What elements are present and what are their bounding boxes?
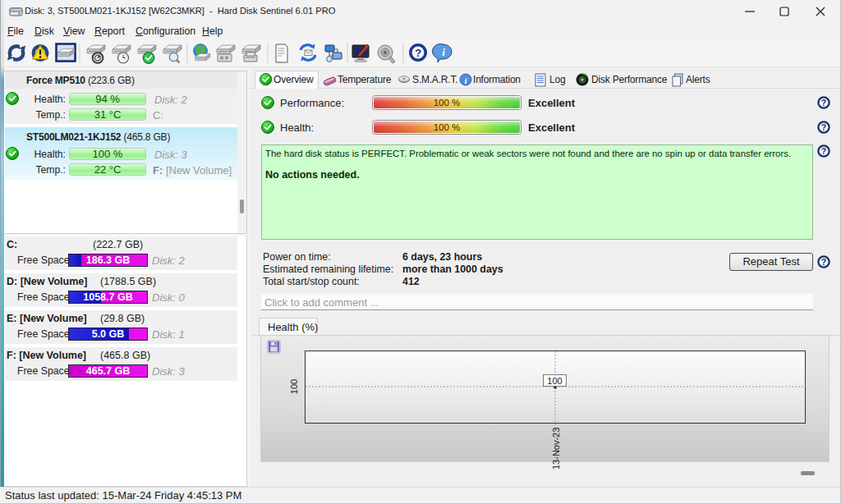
svg-text:100 %: 100 % — [434, 122, 461, 132]
svg-text:?: ? — [415, 47, 421, 59]
svg-text:100 %: 100 % — [434, 98, 461, 108]
svg-text:i: i — [442, 46, 445, 58]
